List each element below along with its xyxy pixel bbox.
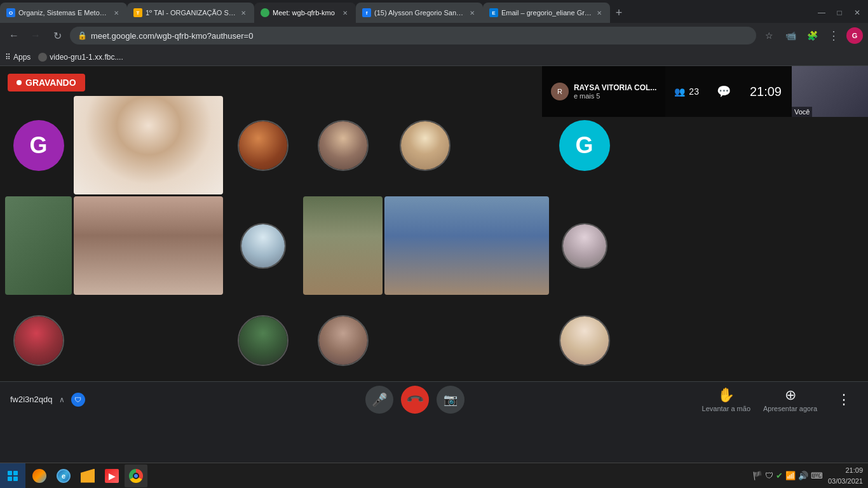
participant-empty-r3c6 xyxy=(468,297,549,381)
avatar-circle-5 xyxy=(400,120,451,171)
participant-circle-4 xyxy=(303,96,383,194)
tab-2-close[interactable]: ✕ xyxy=(239,8,248,17)
clock-date: 03/03/2021 xyxy=(828,476,863,487)
apps-grid-icon: ⠿ xyxy=(5,53,11,62)
participants-btn[interactable]: 👥 23 xyxy=(665,66,708,117)
url-favicon xyxy=(38,53,47,62)
system-tray: 🏴 🛡 ✔ 📶 🔊 ⌨ 21:09 03/03/2021 xyxy=(747,465,868,486)
meeting-time: 21:09 xyxy=(740,66,792,117)
taskbar-explorer[interactable] xyxy=(76,464,99,487)
participant-circle-r2c3 xyxy=(225,196,301,295)
forward-button[interactable]: → xyxy=(27,27,44,44)
participant-circle-boy xyxy=(303,297,383,381)
window-controls: — □ ✕ xyxy=(813,3,868,23)
new-tab-button[interactable]: + xyxy=(610,3,628,23)
maximize-button[interactable]: □ xyxy=(831,4,848,21)
presenter-sub: e mais 5 xyxy=(574,92,656,100)
profile-icon[interactable]: G xyxy=(846,27,863,44)
raise-hand-action[interactable]: ✋ Levantar a mão xyxy=(702,387,750,412)
avatar-circle-3 xyxy=(238,120,288,171)
video-grid: G G xyxy=(0,94,868,381)
taskbar: e ▶ 🏴 🛡 ✔ 📶 🔊 ⌨ 21:09 03/03/2021 xyxy=(0,463,868,488)
participant-circle-3 xyxy=(225,96,301,194)
recording-badge: GRAVANDO xyxy=(8,74,85,92)
tab-5-close[interactable]: ✕ xyxy=(595,8,604,17)
tab-5[interactable]: E Email – gregorio_eliane Gregor... ✕ xyxy=(483,3,610,23)
participants-count: 23 xyxy=(689,86,699,97)
hangup-button[interactable]: 📞 xyxy=(395,379,435,419)
tab-3-label: Meet: wgb-qfrb-kmo xyxy=(273,9,337,17)
meet-bottom-bar: fw2i3n2qdq ∧ 🛡 🎤 📞 📷 ✋ Levantar a mão ⊕ … xyxy=(0,381,868,417)
apps-bookmark[interactable]: ⠿ Apps xyxy=(5,53,31,62)
tab-5-label: Email – gregorio_eliane Gregor... xyxy=(501,9,592,17)
tab-bar: O Organiz, Sistemas E Metodos - ✕ T 1º T… xyxy=(0,0,868,23)
mic-button[interactable]: 🎤 xyxy=(365,386,393,414)
tab-4[interactable]: f (15) Alysson Gregorio Santos | F... ✕ xyxy=(356,3,483,23)
participant-green-wall xyxy=(5,196,72,295)
start-button[interactable] xyxy=(0,463,25,489)
taskbar-ie[interactable]: e xyxy=(52,464,75,487)
extensions-icon[interactable]: 🧩 xyxy=(803,27,821,44)
participant-g-purple: G xyxy=(5,96,72,194)
tab-3-close[interactable]: ✕ xyxy=(341,8,349,17)
apps-label: Apps xyxy=(13,53,31,62)
meet-top-bar: R RAYSA VITORIA COL... e mais 5 👥 23 💬 2… xyxy=(542,66,868,117)
address-bar-row: ← → ↻ 🔒 meet.google.com/wgb-qfrb-kmo?aut… xyxy=(0,23,868,48)
chat-btn[interactable]: 💬 xyxy=(708,66,740,117)
present-icon: ⊕ xyxy=(785,387,796,403)
recording-label: GRAVANDO xyxy=(25,78,76,88)
presenter-text: RAYSA VITORIA COL... e mais 5 xyxy=(574,83,656,100)
presenter-info: R RAYSA VITORIA COL... e mais 5 xyxy=(542,66,665,117)
taskbar-apps: e ▶ xyxy=(25,464,747,487)
refresh-button[interactable]: ↻ xyxy=(48,27,66,44)
presenter-avatar: R xyxy=(551,83,569,100)
close-button[interactable]: ✕ xyxy=(849,4,865,21)
participant-empty-r1c6 xyxy=(468,96,549,194)
taskbar-chrome[interactable] xyxy=(125,464,147,487)
security-badge: 🛡 xyxy=(71,393,85,407)
participant-circle-redhair xyxy=(5,297,72,381)
tray-signal: 📶 xyxy=(785,471,796,480)
avatar-g-teal: G xyxy=(559,120,610,171)
participant-circle-light xyxy=(551,297,618,381)
tab-4-label: (15) Alysson Gregorio Santos | F... xyxy=(374,9,465,17)
star-icon[interactable]: ☆ xyxy=(760,27,778,44)
tab-2[interactable]: T 1º TAI - ORGANIZAÇÃO SISTEM... ✕ xyxy=(127,3,254,23)
address-box[interactable]: 🔒 meet.google.com/wgb-qfrb-kmo?authuser=… xyxy=(70,27,756,44)
tab-4-close[interactable]: ✕ xyxy=(468,8,477,17)
bottom-left: fw2i3n2qdq ∧ 🛡 xyxy=(10,393,137,407)
chevron-icon[interactable]: ∧ xyxy=(59,395,65,404)
lock-icon: 🔒 xyxy=(78,31,87,40)
back-button[interactable]: ← xyxy=(5,27,23,44)
self-preview: Você xyxy=(792,66,868,117)
avatar-circle-4 xyxy=(318,120,369,171)
hand-icon: ✋ xyxy=(717,387,735,403)
camera-button[interactable]: 📷 xyxy=(437,386,465,414)
presenter-name: RAYSA VITORIA COL... xyxy=(574,83,656,92)
tab-1-label: Organiz, Sistemas E Metodos - xyxy=(18,9,109,17)
url-label: video-gru1-1.xx.fbc.... xyxy=(50,53,123,62)
tray-shield: 🛡 xyxy=(765,471,773,480)
tab-3-active[interactable]: Meet: wgb-qfrb-kmo ✕ xyxy=(254,3,356,23)
tab-1-close[interactable]: ✕ xyxy=(112,8,121,17)
present-action[interactable]: ⊕ Apresentar agora xyxy=(763,387,817,412)
avatar-g-purple: G xyxy=(13,120,64,171)
browser-menu-icon[interactable]: ⋮ xyxy=(825,27,843,44)
participant-circle-r2c7 xyxy=(551,196,618,295)
media-icon[interactable]: 📹 xyxy=(782,27,799,44)
tab-1[interactable]: O Organiz, Sistemas E Metodos - ✕ xyxy=(0,3,127,23)
taskbar-firefox[interactable] xyxy=(28,464,51,487)
participant-empty-r3c2 xyxy=(74,297,223,381)
people-icon: 👥 xyxy=(674,86,685,97)
url-bookmark[interactable]: video-gru1-1.xx.fbc.... xyxy=(38,53,123,62)
bottom-center-controls: 🎤 📞 📷 xyxy=(365,386,465,414)
bookmarks-bar: ⠿ Apps video-gru1-1.xx.fbc.... xyxy=(0,48,868,66)
browser-chrome: O Organiz, Sistemas E Metodos - ✕ T 1º T… xyxy=(0,0,868,66)
taskbar-media[interactable]: ▶ xyxy=(100,464,123,487)
clock-time: 21:09 xyxy=(828,465,863,476)
more-options-button[interactable]: ⋮ xyxy=(830,386,858,414)
rec-dot xyxy=(17,80,22,85)
tray-icons: 🏴 🛡 ✔ 📶 🔊 ⌨ xyxy=(752,471,823,480)
minimize-button[interactable]: — xyxy=(813,4,830,21)
self-label: Você xyxy=(792,107,812,117)
